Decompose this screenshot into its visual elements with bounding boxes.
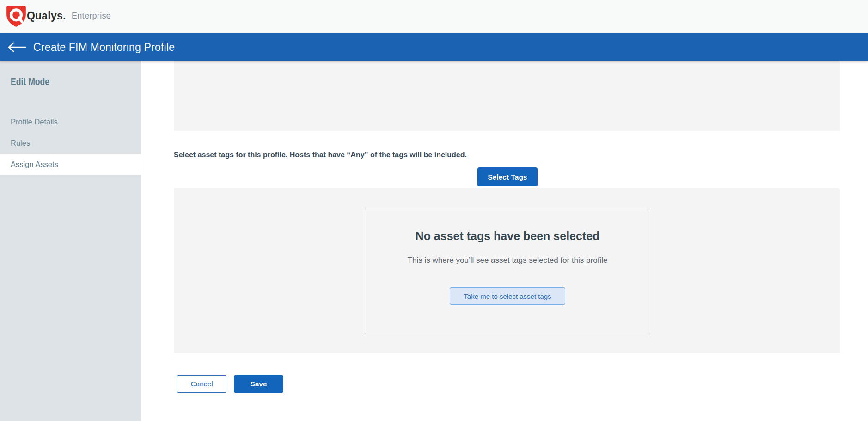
asset-tags-panel: No asset tags have been selected This is… xyxy=(174,188,840,353)
page: Qualys. Enterprise Create FIM Monitoring… xyxy=(0,0,868,421)
instruction-text: Select asset tags for this profile. Host… xyxy=(174,151,467,159)
sidebar-item-rules[interactable]: Rules xyxy=(0,132,141,154)
content-placeholder-block xyxy=(174,61,840,131)
top-app-bar: Qualys. Enterprise xyxy=(0,0,868,33)
brand-name: Qualys. xyxy=(27,10,66,22)
page-header-bar: Create FIM Monitoring Profile xyxy=(0,33,868,61)
brand-edition: Enterprise xyxy=(72,11,111,21)
back-arrow-icon[interactable] xyxy=(7,42,26,53)
page-title: Create FIM Monitoring Profile xyxy=(33,33,175,61)
take-me-to-select-asset-tags-button[interactable]: Take me to select asset tags xyxy=(450,287,565,305)
cancel-button[interactable]: Cancel xyxy=(177,375,226,393)
sidebar-item-profile-details[interactable]: Profile Details xyxy=(0,111,141,132)
sidebar-nav: Profile Details Rules Assign Assets xyxy=(0,111,141,175)
sidebar-item-assign-assets[interactable]: Assign Assets xyxy=(0,154,141,175)
empty-state-box: No asset tags have been selected This is… xyxy=(365,209,650,334)
empty-state-title: No asset tags have been selected xyxy=(365,229,650,243)
save-button[interactable]: Save xyxy=(234,375,283,393)
sidebar: Edit Mode Profile Details Rules Assign A… xyxy=(0,61,141,421)
sidebar-mode-label: Edit Mode xyxy=(11,76,49,88)
empty-state-description: This is where you’ll see asset tags sele… xyxy=(406,256,609,265)
qualys-logo-icon xyxy=(6,5,27,28)
select-tags-button[interactable]: Select Tags xyxy=(477,167,538,186)
